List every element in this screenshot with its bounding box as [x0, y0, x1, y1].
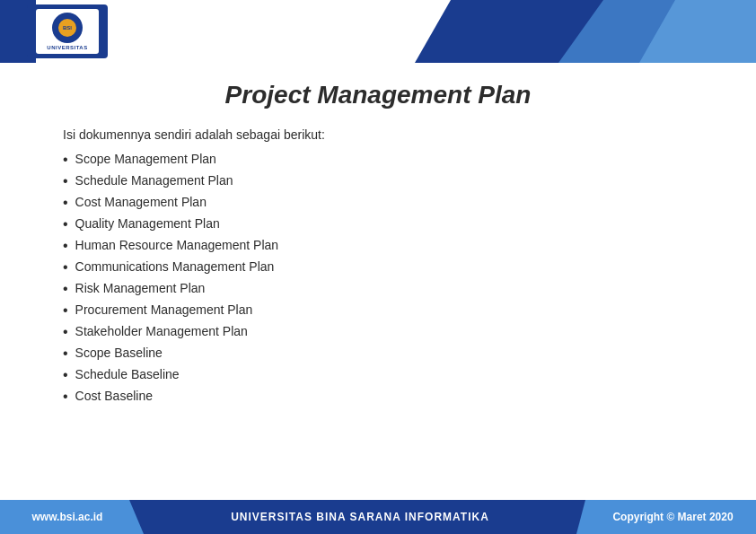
list-item: Procurement Management Plan — [63, 300, 702, 321]
list-item: Scope Management Plan — [63, 149, 702, 171]
logo-inner: UNIVERSITAS — [36, 9, 99, 54]
page-title: Project Management Plan — [54, 81, 702, 109]
bullet-list: Scope Management PlanSchedule Management… — [54, 149, 702, 407]
list-item: Cost Management Plan — [63, 192, 702, 214]
list-item: Schedule Baseline — [63, 364, 702, 386]
footer-center: UNIVERSITAS BINA SARANA INFORMATIKA — [144, 511, 576, 523]
list-item: Communications Management Plan — [63, 257, 702, 278]
intro-text: Isi dokumennya sendiri adalah sebagai be… — [63, 127, 702, 142]
logo-area: UNIVERSITAS — [27, 4, 108, 58]
list-item: Quality Management Plan — [63, 214, 702, 235]
main-content: Project Management Plan Isi dokumennya s… — [0, 63, 756, 503]
top-decoration — [379, 0, 756, 63]
footer-right: Copyright © Maret 2020 — [576, 500, 756, 534]
footer-left: www.bsi.ac.id — [0, 500, 144, 534]
list-item: Scope Baseline — [63, 343, 702, 364]
logo-text: UNIVERSITAS — [47, 45, 87, 50]
footer-left-text: www.bsi.ac.id — [32, 511, 103, 523]
footer-right-text: Copyright © Maret 2020 — [612, 511, 733, 523]
list-item: Schedule Management Plan — [63, 171, 702, 192]
list-item: Cost Baseline — [63, 386, 702, 407]
footer-bar: www.bsi.ac.id UNIVERSITAS BINA SARANA IN… — [0, 500, 756, 534]
list-item: Stakeholder Management Plan — [63, 321, 702, 343]
list-item: Risk Management Plan — [63, 278, 702, 300]
top-bar: UNIVERSITAS — [0, 0, 756, 63]
logo-icon — [52, 13, 83, 43]
list-item: Human Resource Management Plan — [63, 235, 702, 257]
footer-center-text: UNIVERSITAS BINA SARANA INFORMATIKA — [231, 511, 489, 523]
